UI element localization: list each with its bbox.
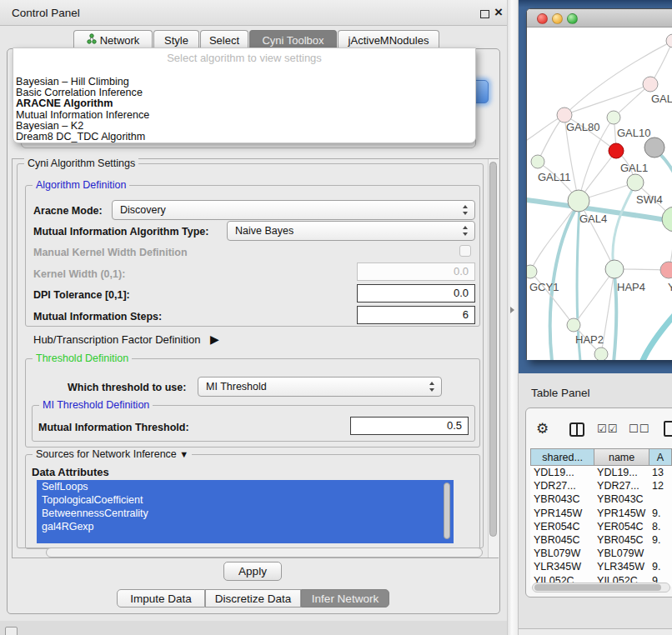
network-node[interactable] — [568, 190, 589, 212]
network-node[interactable] — [644, 138, 664, 158]
table-cell[interactable]: YBR043C — [530, 492, 594, 506]
table-row[interactable]: YLR345WYLR345W9. — [530, 560, 672, 573]
network-node[interactable] — [627, 174, 644, 191]
bottom-left-panel-icon[interactable] — [5, 627, 18, 635]
network-node[interactable] — [666, 34, 672, 48]
tab-infer-network[interactable]: Infer Network — [301, 589, 389, 608]
network-edge[interactable] — [614, 269, 616, 360]
table-cell[interactable]: YPR145W — [594, 507, 649, 520]
table-cell[interactable]: 9. — [649, 507, 672, 520]
algorithm-option-selected[interactable]: ARACNE Algorithm — [13, 98, 475, 109]
network-edge[interactable] — [530, 202, 579, 272]
mi-steps-input[interactable]: 6 — [357, 306, 475, 324]
divider-collapse-arrow-icon[interactable] — [510, 307, 514, 313]
columns-icon[interactable] — [569, 422, 584, 437]
deselect-all-checkboxes-icon[interactable]: ☐☐ — [629, 422, 649, 435]
network-edge[interactable] — [613, 184, 635, 268]
network-view-window[interactable]: GALGAL80GAL10GAL11GAL1SWI4GAL4GCY1HAP4YH… — [526, 8, 672, 360]
algorithm-option[interactable]: Dream8 DC_TDC Algorithm — [13, 132, 475, 142]
close-icon[interactable]: × — [494, 4, 503, 21]
tab-discretize-data[interactable]: Discretize Data — [205, 589, 301, 608]
tab-cyni-toolbox[interactable]: Cyni Toolbox — [249, 30, 337, 49]
mi-algorithm-type-combobox[interactable]: Naive Bayes — [227, 221, 475, 241]
table-cell[interactable]: YBR045C — [594, 533, 649, 547]
table-cell[interactable]: YBR045C — [530, 533, 594, 547]
kernel-width-input[interactable]: 0.0 — [357, 262, 475, 281]
column-header-name[interactable]: name — [594, 448, 649, 466]
network-edge[interactable] — [564, 84, 650, 115]
settings-vertical-scrollbar-thumb[interactable] — [489, 162, 497, 537]
table-row[interactable]: YDL19...YDL19...13 — [530, 466, 672, 479]
mi-threshold-input[interactable]: 0.5 — [350, 417, 469, 435]
table-cell[interactable]: YER054C — [594, 520, 649, 533]
table-cell[interactable]: 8. — [649, 520, 672, 533]
select-all-checkboxes-icon[interactable]: ☑☑ — [597, 422, 618, 435]
attribute-item-selected[interactable]: BetweennessCentrality — [37, 507, 454, 520]
table-cell[interactable]: 9. — [649, 560, 672, 573]
network-node[interactable] — [660, 262, 672, 278]
attribute-item-selected[interactable]: TopologicalCoefficient — [37, 493, 454, 507]
algorithm-option[interactable]: Mutual Information Inference — [13, 110, 475, 121]
network-node[interactable] — [609, 143, 624, 158]
table-cell[interactable]: YER054C — [530, 520, 594, 533]
manual-kernel-width-checkbox[interactable] — [459, 245, 471, 257]
table-cell[interactable]: 13 — [649, 466, 672, 479]
tab-jactivemnodules[interactable]: jActiveMNodules — [338, 30, 439, 49]
sources-group-title[interactable]: Sources for Network Inference ▼ — [33, 448, 192, 460]
aracne-mode-combobox[interactable]: Discovery — [112, 200, 475, 220]
table-cell[interactable]: 12 — [649, 479, 672, 492]
split-pane-divider[interactable] — [507, 0, 519, 635]
attributes-scrollbar[interactable] — [443, 482, 452, 542]
table-cell[interactable] — [649, 547, 672, 560]
column-header-shared-name[interactable]: shared... — [530, 448, 594, 466]
table-horizontal-scrollbar[interactable] — [532, 582, 670, 592]
table-cell[interactable]: YBL079W — [594, 547, 649, 560]
table-row[interactable]: YPR145WYPR145W9. — [530, 507, 672, 520]
table-cell[interactable]: YPR145W — [530, 507, 594, 520]
network-node[interactable] — [607, 111, 620, 124]
network-node[interactable] — [527, 265, 537, 278]
table-cell[interactable]: YDR27... — [530, 479, 594, 492]
table-cell[interactable]: YBR043C — [594, 492, 649, 506]
table-cell[interactable]: YDL19... — [530, 466, 594, 479]
network-edge[interactable] — [642, 288, 672, 360]
tab-style[interactable]: Style — [153, 30, 199, 49]
network-node[interactable] — [662, 207, 672, 232]
data-attributes-list[interactable]: SelfLoops TopologicalCoefficient Between… — [37, 480, 454, 543]
network-edge[interactable] — [538, 115, 564, 162]
network-edge[interactable] — [574, 269, 614, 325]
network-window-titlebar[interactable] — [527, 9, 672, 28]
which-threshold-combobox[interactable]: MI Threshold — [198, 377, 442, 397]
tab-impute-data[interactable]: Impute Data — [117, 589, 205, 608]
document-icon[interactable] — [664, 421, 672, 437]
settings-horizontal-scrollbar[interactable] — [46, 548, 483, 558]
zoom-traffic-light-icon[interactable] — [567, 13, 578, 24]
table-horizontal-scrollbar-thumb[interactable] — [534, 584, 661, 591]
network-node[interactable] — [594, 348, 608, 360]
minimize-traffic-light-icon[interactable] — [552, 13, 563, 24]
table-row[interactable]: YDR27...YDR27...12 — [530, 479, 672, 492]
attributes-scrollbar-thumb[interactable] — [444, 482, 450, 539]
network-canvas[interactable]: GALGAL80GAL10GAL11GAL1SWI4GAL4GCY1HAP4YH… — [527, 28, 672, 360]
column-header-partial[interactable]: A — [649, 448, 672, 466]
table-row[interactable]: YBL079WYBL079W — [530, 547, 672, 560]
float-window-icon[interactable] — [480, 10, 489, 18]
table-cell[interactable]: YDL19... — [594, 466, 649, 479]
network-node[interactable] — [567, 318, 580, 332]
network-node[interactable] — [531, 155, 544, 168]
table-body[interactable]: YDL19...YDL19...13YDR27...YDR27...12YBR0… — [530, 466, 672, 587]
close-traffic-light-icon[interactable] — [537, 13, 548, 24]
attribute-item-selected[interactable]: gal4RGexp — [37, 520, 454, 533]
table-cell[interactable]: YLR345W — [530, 560, 594, 573]
tab-select[interactable]: Select — [200, 30, 248, 49]
table-cell[interactable]: YLR345W — [594, 560, 649, 573]
network-node[interactable] — [643, 77, 658, 92]
attribute-item-selected[interactable]: SelfLoops — [37, 480, 454, 493]
table-cell[interactable]: YDR27... — [594, 479, 649, 492]
apply-button[interactable]: Apply — [223, 562, 282, 581]
table-row[interactable]: YBR045CYBR045C9. — [530, 533, 672, 547]
table-row[interactable]: YER054CYER054C8. — [530, 520, 672, 533]
network-node[interactable] — [605, 260, 624, 278]
dpi-tolerance-input[interactable]: 0.0 — [357, 284, 475, 302]
tab-network[interactable]: Network — [73, 30, 153, 49]
